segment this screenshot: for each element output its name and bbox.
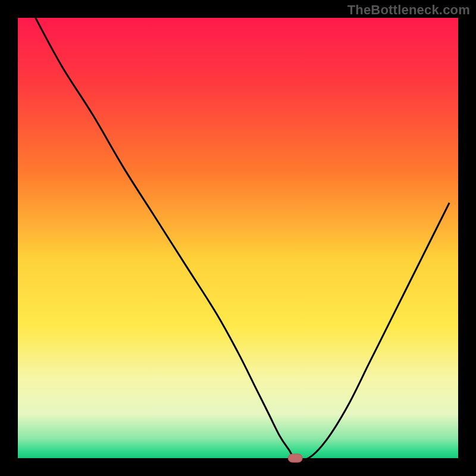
- plot-area: [18, 18, 458, 458]
- optimal-marker: [288, 454, 302, 462]
- chart-container: TheBottleneck.com: [0, 0, 476, 476]
- bottleneck-chart: [0, 0, 476, 476]
- watermark-label: TheBottleneck.com: [347, 2, 470, 18]
